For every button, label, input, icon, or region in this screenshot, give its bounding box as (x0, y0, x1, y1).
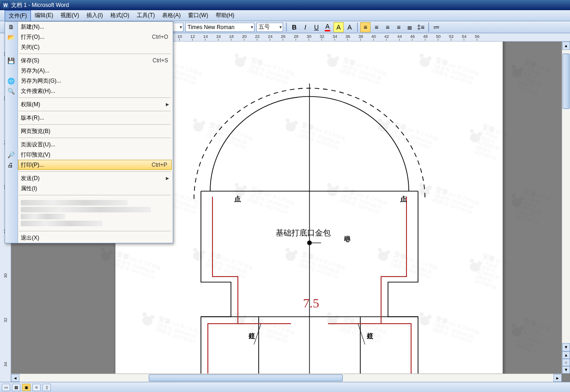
status-bar: ▭ ▦ ▣ ≡ ▯ (0, 382, 570, 392)
view-normal-button[interactable]: ▭ (2, 384, 10, 391)
page[interactable]: 安泰 DIY 手工不织布1群群号: 3330581352群群号: 3437457… (115, 42, 503, 374)
menu-tools[interactable]: 工具(T) (133, 10, 158, 21)
menu-separator (19, 97, 171, 98)
submenu-arrow-icon: ▶ (166, 102, 169, 107)
file-menu-new[interactable]: 🗎 新建(N)... (5, 22, 173, 32)
menu-edit[interactable]: 编辑(E) (31, 10, 57, 21)
file-menu-versions[interactable]: 版本(R)... (5, 113, 173, 123)
menu-separator (19, 124, 171, 125)
menu-table[interactable]: 表格(A) (158, 10, 184, 21)
align-justify-button[interactable]: ≡ (394, 22, 404, 32)
align-right-button[interactable]: ≡ (382, 22, 393, 32)
scroll-left-button[interactable]: ◄ (11, 374, 19, 382)
pattern-measurement: 7.5 (303, 296, 319, 311)
menu-format[interactable]: 格式(O) (107, 10, 133, 21)
menu-separator (19, 111, 171, 111)
toolbar-separator (286, 23, 287, 32)
print-preview-icon: 🔎 (7, 151, 15, 159)
file-menu-exit[interactable]: 退出(X) (5, 233, 173, 243)
italic-button[interactable]: I (300, 22, 310, 32)
file-menu-dropdown: 🗎 新建(N)... 📂 打开(O)... Ctrl+O 关闭(C) 💾 保存(… (5, 21, 173, 243)
character-shading-button[interactable]: A (345, 22, 355, 32)
scroll-down-button[interactable]: ▼ (562, 343, 570, 351)
font-color-button[interactable]: A (322, 22, 333, 32)
file-menu-save[interactable]: 💾 保存(S) Ctrl+S (5, 55, 173, 66)
select-browse-object-button[interactable]: ○ (562, 359, 570, 366)
menu-file[interactable]: 文件(F) (5, 10, 31, 21)
menu-separator (19, 231, 171, 231)
vscroll-thumb[interactable] (563, 54, 570, 109)
align-center-button[interactable]: ≡ (371, 22, 382, 32)
line-spacing-button[interactable]: ‡≡ (416, 22, 426, 32)
file-menu-save-as-web[interactable]: 🌐 另存为网页(G)... (5, 76, 173, 86)
file-menu-print[interactable]: 🖨 打印(P)... Ctrl+P (18, 160, 172, 170)
file-menu-open[interactable]: 📂 打开(O)... Ctrl+O (5, 32, 173, 42)
file-menu-file-search[interactable]: 🔍 文件搜索(H)... (5, 86, 173, 96)
file-menu-recent-files[interactable] (5, 197, 173, 229)
horizontal-scrollbar[interactable]: ◄ ► (11, 374, 562, 382)
save-web-icon: 🌐 (7, 77, 15, 85)
submenu-arrow-icon: ▶ (166, 176, 169, 181)
svg-line-10 (358, 324, 365, 344)
highlight-button[interactable]: A (334, 22, 344, 32)
file-search-icon: 🔍 (7, 87, 15, 95)
window-title: 文档 1 - Microsoft Word (11, 1, 69, 9)
save-disk-icon: 💾 (7, 56, 15, 65)
scroll-right-button[interactable]: ► (553, 374, 562, 382)
svg-line-9 (254, 324, 261, 344)
font-size-combobox[interactable]: 五号 (256, 23, 283, 32)
word-app-icon: W (2, 1, 9, 9)
file-menu-send[interactable]: 发送(D) ▶ (5, 173, 173, 183)
vscroll-track[interactable] (562, 50, 570, 343)
open-folder-icon: 📂 (7, 33, 15, 41)
numbering-button[interactable]: ≔ (431, 22, 442, 32)
printer-icon: 🖨 (6, 161, 14, 169)
menu-separator (19, 171, 171, 172)
file-menu-permission[interactable]: 权限(M) ▶ (5, 99, 173, 109)
menu-separator (19, 195, 171, 195)
view-print-layout-button[interactable]: ▣ (22, 384, 30, 391)
pattern-title: 基础打底口金包 (276, 228, 331, 238)
view-web-button[interactable]: ▦ (12, 384, 20, 391)
scroll-up-button[interactable]: ▲ (562, 42, 570, 50)
new-doc-icon: 🗎 (7, 23, 15, 31)
view-reading-button[interactable]: ▯ (42, 384, 51, 391)
title-bar: W 文档 1 - Microsoft Word (0, 0, 570, 10)
underline-button[interactable]: U (311, 22, 321, 32)
hscroll-track[interactable] (19, 374, 553, 382)
menu-separator (19, 54, 171, 54)
browse-prev-button[interactable]: ▲ (562, 351, 570, 359)
font-combobox[interactable]: Times New Roman (185, 23, 255, 32)
toolbar-separator (428, 23, 429, 32)
view-outline-button[interactable]: ≡ (32, 384, 41, 391)
menu-view[interactable]: 视图(V) (57, 10, 83, 21)
file-menu-page-setup[interactable]: 页面设置(U)... (5, 139, 173, 150)
toolbar-separator (357, 23, 358, 32)
file-menu-web-preview[interactable]: 网页预览(B) (5, 126, 173, 136)
menu-separator (19, 138, 171, 138)
file-menu-close[interactable]: 关闭(C) (5, 42, 173, 52)
distributed-button[interactable]: ≣ (405, 22, 415, 32)
align-left-button[interactable]: ≡ (360, 22, 370, 32)
svg-point-7 (307, 241, 312, 245)
menu-window[interactable]: 窗口(W) (184, 10, 212, 21)
browse-next-button[interactable]: ▼ (562, 366, 570, 374)
vertical-scrollbar[interactable]: ▲ ▼ ▲ ○ ▼ (562, 42, 570, 374)
bold-button[interactable]: B (289, 22, 299, 32)
file-menu-save-as[interactable]: 另存为(A)... (5, 66, 173, 76)
menu-help[interactable]: 帮助(H) (212, 10, 238, 21)
menu-insert[interactable]: 插入(I) (83, 10, 106, 21)
hscroll-thumb[interactable] (149, 374, 343, 381)
file-menu-properties[interactable]: 属性(I) (5, 183, 173, 193)
file-menu-print-preview[interactable]: 🔎 打印预览(V) (5, 150, 173, 160)
